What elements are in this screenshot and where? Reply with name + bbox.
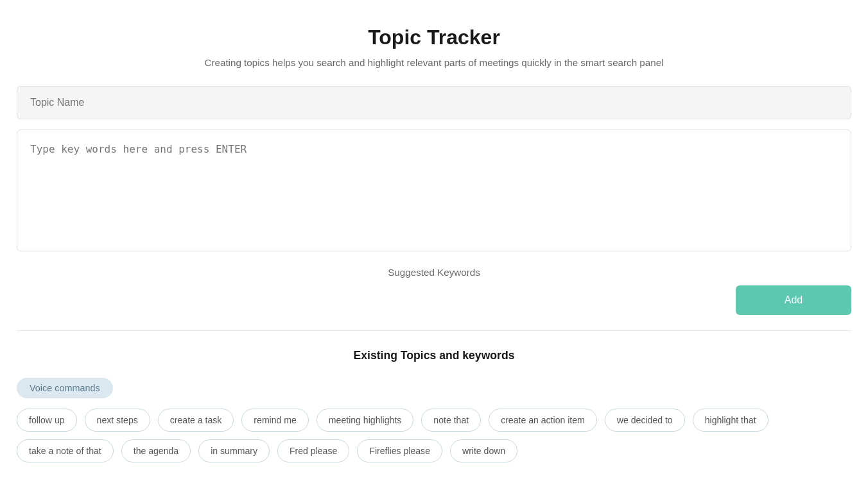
keyword-tag[interactable]: note that — [421, 409, 481, 432]
keyword-tag[interactable]: Fireflies please — [357, 439, 442, 462]
page-subtitle: Creating topics helps you search and hig… — [17, 57, 851, 68]
page-title: Topic Tracker — [17, 26, 851, 49]
add-button[interactable]: Add — [736, 285, 851, 315]
keyword-tag[interactable]: the agenda — [121, 439, 191, 462]
keyword-tag[interactable]: meeting highlights — [317, 409, 413, 432]
keyword-tag[interactable]: write down — [450, 439, 517, 462]
keyword-tag[interactable]: next steps — [85, 409, 150, 432]
topic-group-header-voice-commands[interactable]: Voice commands — [17, 378, 113, 398]
section-divider — [17, 330, 851, 331]
suggested-keywords-section: Suggested Keywords — [17, 267, 851, 278]
keywords-textarea[interactable] — [17, 130, 851, 251]
keyword-tag[interactable]: in summary — [198, 439, 270, 462]
add-button-row: Add — [17, 285, 851, 315]
keyword-tag[interactable]: take a note of that — [17, 439, 114, 462]
keyword-tag[interactable]: highlight that — [693, 409, 768, 432]
topics-list: Voice commandsfollow upnext stepscreate … — [17, 378, 851, 462]
keyword-tag[interactable]: remind me — [241, 409, 309, 432]
keyword-tag[interactable]: we decided to — [605, 409, 685, 432]
topic-group-voice-commands: Voice commandsfollow upnext stepscreate … — [17, 378, 851, 462]
page-container: Topic Tracker Creating topics helps you … — [17, 26, 851, 475]
keyword-tag[interactable]: Fred please — [277, 439, 349, 462]
keyword-tag[interactable]: create an action item — [489, 409, 597, 432]
keyword-tags-row-voice-commands: follow upnext stepscreate a taskremind m… — [17, 409, 851, 462]
existing-topics-title: Existing Topics and keywords — [17, 349, 851, 362]
keyword-tag[interactable]: follow up — [17, 409, 77, 432]
suggested-keywords-label: Suggested Keywords — [388, 267, 480, 278]
topic-name-input[interactable] — [17, 86, 851, 119]
keyword-tag[interactable]: create a task — [158, 409, 234, 432]
